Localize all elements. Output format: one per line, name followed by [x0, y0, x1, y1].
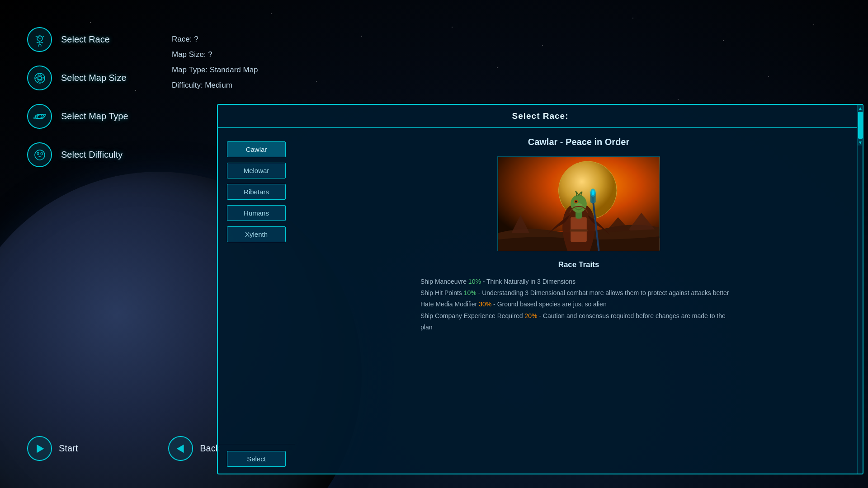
sidebar: Select Race Select Map Size Select Map T… — [27, 27, 128, 167]
start-icon — [27, 436, 52, 461]
svg-line-3 — [42, 36, 44, 37]
sidebar-label-select-race: Select Race — [61, 34, 110, 45]
svg-point-6 — [35, 73, 45, 83]
dialog-header: Select Race: — [218, 105, 863, 128]
info-map-type: Map Type: Standard Map — [172, 62, 258, 78]
race-detail: Cawlar - Peace in Order — [295, 128, 863, 474]
race-name: Cawlar - Peace in Order — [528, 137, 630, 147]
sidebar-label-select-map-size: Select Map Size — [61, 73, 127, 83]
info-map-size: Map Size: ? — [172, 47, 258, 62]
select-button[interactable]: Select — [227, 451, 286, 467]
trait-line-1: Ship Manoeuvre 10% - Think Naturally in … — [420, 276, 737, 287]
select-difficulty-icon — [27, 142, 52, 167]
race-button-melowar[interactable]: Melowar — [227, 163, 286, 178]
race-button-cawlar[interactable]: Cawlar — [227, 141, 286, 157]
svg-rect-24 — [570, 229, 588, 231]
svg-point-11 — [35, 150, 45, 160]
scrollbar[interactable]: ▲ ▼ — [857, 128, 863, 474]
info-panel: Race: ? Map Size: ? Map Type: Standard M… — [172, 32, 258, 93]
trait-line-3: Hate Media Modifier 30% - Ground based s… — [420, 299, 737, 310]
race-button-humans[interactable]: Humans — [227, 205, 286, 221]
select-btn-container: Select — [218, 444, 295, 474]
svg-point-28 — [575, 201, 577, 203]
svg-point-1 — [38, 37, 41, 38]
sidebar-item-select-difficulty[interactable]: Select Difficulty — [27, 142, 128, 167]
svg-line-2 — [36, 36, 37, 37]
trait-line-4: Ship Company Experience Required 20% - C… — [420, 310, 737, 333]
main-dialog: Select Race: Cawlar Melowar Ribetars Hum… — [217, 104, 863, 474]
svg-point-13 — [41, 152, 42, 155]
svg-point-33 — [590, 189, 597, 194]
scrollbar-down[interactable]: ▼ — [858, 139, 863, 145]
trait-line-2: Ship Hit Points 10% - Understanding 3 Di… — [420, 287, 737, 299]
race-portrait — [497, 156, 660, 251]
back-button[interactable]: Back — [168, 436, 220, 461]
back-icon — [168, 436, 193, 461]
sidebar-item-select-map-size[interactable]: Select Map Size — [27, 66, 128, 90]
race-list: Cawlar Melowar Ribetars Humans Xylenth — [218, 128, 295, 256]
start-label: Start — [59, 443, 78, 454]
dialog-title: Select Race: — [512, 111, 568, 121]
select-race-icon — [27, 27, 52, 52]
select-map-type-icon — [27, 104, 52, 129]
svg-marker-14 — [37, 444, 44, 453]
svg-marker-15 — [176, 444, 184, 453]
svg-point-12 — [37, 152, 39, 155]
svg-point-4 — [38, 44, 41, 47]
sidebar-item-select-race[interactable]: Select Race — [27, 27, 128, 52]
race-button-ribetars[interactable]: Ribetars — [227, 184, 286, 200]
race-button-xylenth[interactable]: Xylenth — [227, 226, 286, 242]
select-map-size-icon — [27, 66, 52, 90]
race-traits-title: Race Traits — [558, 260, 599, 269]
scrollbar-thumb[interactable] — [858, 128, 863, 139]
sidebar-label-select-map-type: Select Map Type — [61, 111, 128, 122]
start-button[interactable]: Start — [27, 436, 78, 461]
dialog-body: Cawlar Melowar Ribetars Humans Xylenth S… — [218, 128, 863, 474]
info-race: Race: ? — [172, 32, 258, 47]
sidebar-item-select-map-type[interactable]: Select Map Type — [27, 104, 128, 129]
bottom-buttons: Start Back — [27, 436, 220, 461]
info-difficulty: Difficulty: Medium — [172, 78, 258, 93]
sidebar-label-select-difficulty: Select Difficulty — [61, 150, 123, 160]
